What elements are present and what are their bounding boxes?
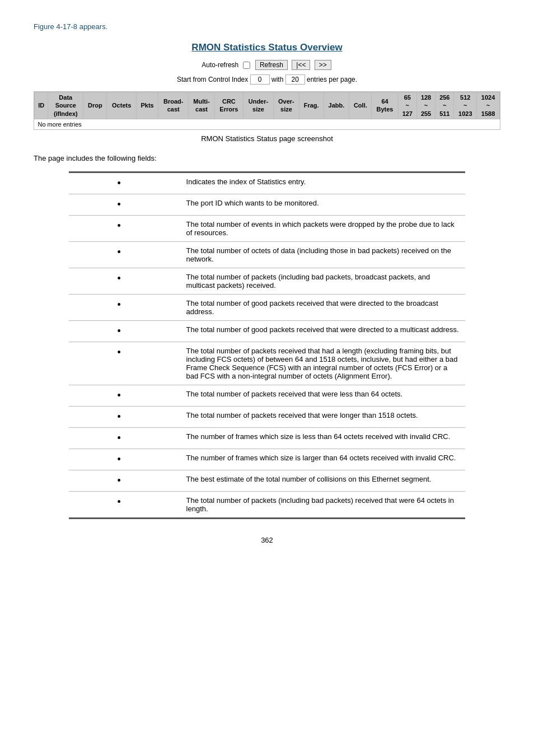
col-crc: CRCErrors	[214, 92, 243, 119]
fields-row: • The total number of packets (including…	[69, 268, 466, 294]
fields-row: • The total number of events in which pa…	[69, 215, 466, 241]
fields-row: • The port ID which wants to be monitore…	[69, 194, 466, 215]
start-from-bar: Start from Control Index with entries pe…	[34, 74, 500, 85]
field-description: The total number of packets received tha…	[181, 385, 466, 406]
auto-refresh-label: Auto-refresh	[202, 61, 238, 69]
title-section: RMON Statistics Status Overview	[34, 42, 500, 53]
start-from-input[interactable]	[250, 74, 270, 85]
field-name	[170, 215, 181, 241]
fields-row: • The total number of packets (including…	[69, 491, 466, 518]
col-64bytes: 64Bytes	[372, 92, 398, 119]
col-65-127: 65~127	[398, 92, 416, 119]
fields-row: • The total number of packets received t…	[69, 385, 466, 406]
field-name	[170, 241, 181, 268]
field-description: The port ID which wants to be monitored.	[181, 194, 466, 215]
bullet-cell: •	[69, 385, 170, 406]
col-frag: Frag.	[299, 92, 324, 119]
fields-row: • The total number of octets of data (in…	[69, 241, 466, 268]
field-name	[170, 342, 181, 385]
field-name	[170, 172, 181, 194]
table-row: No more entries	[35, 119, 500, 129]
col-256-511: 256~511	[435, 92, 454, 119]
controls-bar: Auto-refresh Refresh |<< >>	[34, 60, 500, 70]
col-pkts: Pkts	[136, 92, 158, 119]
field-description: The total number of good packets receive…	[181, 294, 466, 320]
field-name	[170, 491, 181, 518]
field-description: The total number of packets (including b…	[181, 268, 466, 294]
col-id: ID	[35, 92, 48, 119]
field-description: The total number of packets received tha…	[181, 342, 466, 385]
rmon-stats-table-wrapper: ID DataSource(ifIndex) Drop Octets Pkts …	[34, 91, 500, 130]
field-description: The number of frames which size is large…	[181, 449, 466, 470]
col-128-255: 128~255	[416, 92, 435, 119]
table-header-row: ID DataSource(ifIndex) Drop Octets Pkts …	[35, 92, 500, 119]
fields-row: • The total number of good packets recei…	[69, 320, 466, 342]
bullet-cell: •	[69, 491, 170, 518]
field-name	[170, 320, 181, 342]
entries-label: entries per page.	[307, 76, 357, 83]
col-datasource: DataSource(ifIndex)	[48, 92, 83, 119]
auto-refresh-checkbox[interactable]	[243, 62, 250, 69]
nav-left-button[interactable]: |<<	[292, 60, 310, 70]
col-octets: Octets	[107, 92, 137, 119]
field-description: Indicates the index of Statistics entry.	[181, 172, 466, 194]
bullet-cell: •	[69, 268, 170, 294]
field-name	[170, 194, 181, 215]
fields-row: • Indicates the index of Statistics entr…	[69, 172, 466, 194]
fields-row: • The total number of packets received t…	[69, 406, 466, 427]
field-description: The total number of events in which pack…	[181, 215, 466, 241]
bullet-cell: •	[69, 294, 170, 320]
field-name	[170, 294, 181, 320]
refresh-button[interactable]: Refresh	[255, 60, 288, 70]
with-label: with	[271, 76, 283, 83]
bullet-cell: •	[69, 320, 170, 342]
bullet-cell: •	[69, 194, 170, 215]
field-description: The total number of packets received tha…	[181, 406, 466, 427]
field-description: The number of frames which size is less …	[181, 427, 466, 449]
bullet-cell: •	[69, 241, 170, 268]
fields-row: • The total number of packets received t…	[69, 342, 466, 385]
screenshot-caption: RMON Statistics Status page screenshot	[34, 134, 500, 143]
field-description: The total number of octets of data (incl…	[181, 241, 466, 268]
with-input[interactable]	[285, 74, 305, 85]
col-drop: Drop	[83, 92, 107, 119]
fields-row: • The number of frames which size is les…	[69, 427, 466, 449]
page-title: RMON Statistics Status Overview	[191, 42, 342, 53]
intro-text: The page includes the following fields:	[34, 154, 500, 162]
nav-right-button[interactable]: >>	[315, 60, 331, 70]
fields-row: • The number of frames which size is lar…	[69, 449, 466, 470]
col-oversize: Over-size	[273, 92, 299, 119]
col-coll: Coll.	[349, 92, 372, 119]
rmon-stats-table: ID DataSource(ifIndex) Drop Octets Pkts …	[34, 92, 500, 129]
col-jabb: Jabb.	[324, 92, 349, 119]
fields-row: • The total number of good packets recei…	[69, 294, 466, 320]
col-1024-1588: 1024~1588	[477, 92, 500, 119]
col-multicast: Multi-cast	[189, 92, 215, 119]
col-512-1023: 512~1023	[454, 92, 477, 119]
field-description: The total number of packets (including b…	[181, 491, 466, 518]
bullet-cell: •	[69, 427, 170, 449]
col-broadcast: Broad-cast	[158, 92, 189, 119]
field-name	[170, 427, 181, 449]
figure-reference: Figure 4-17-8 appears.	[34, 22, 500, 31]
bullet-cell: •	[69, 215, 170, 241]
start-from-label: Start from Control Index	[177, 76, 248, 83]
bullet-cell: •	[69, 172, 170, 194]
bullet-cell: •	[69, 342, 170, 385]
page-number: 362	[34, 536, 500, 544]
field-name	[170, 385, 181, 406]
bullet-cell: •	[69, 470, 170, 491]
field-description: The best estimate of the total number of…	[181, 470, 466, 491]
no-entries-cell: No more entries	[35, 119, 500, 129]
fields-row: • The best estimate of the total number …	[69, 470, 466, 491]
bullet-cell: •	[69, 449, 170, 470]
field-name	[170, 470, 181, 491]
field-name	[170, 449, 181, 470]
field-name	[170, 268, 181, 294]
field-name	[170, 406, 181, 427]
fields-table: • Indicates the index of Statistics entr…	[69, 171, 466, 519]
col-undersize: Under-size	[243, 92, 273, 119]
field-description: The total number of good packets receive…	[181, 320, 466, 342]
bullet-cell: •	[69, 406, 170, 427]
